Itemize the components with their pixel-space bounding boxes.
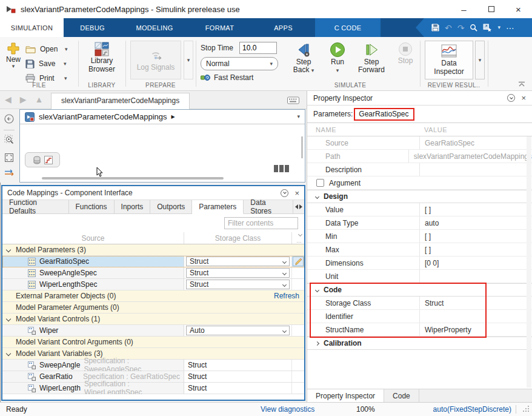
storage-class-dropdown[interactable]: Struct xyxy=(186,280,290,289)
open-button[interactable]: Open ▾ xyxy=(25,42,75,56)
ribbon-tab-debug[interactable]: DEBUG xyxy=(64,18,121,37)
run-button[interactable]: Run▾ xyxy=(321,41,354,74)
ribbon-tab-format[interactable]: FORMAT xyxy=(188,18,251,37)
model-canvas[interactable] xyxy=(20,124,305,182)
property-value[interactable]: WiperProperty xyxy=(419,323,532,336)
bottom-tab-property-inspector[interactable]: Property Inspector xyxy=(307,389,384,402)
refresh-link[interactable]: Refresh xyxy=(274,292,299,300)
maximize-button[interactable] xyxy=(477,0,505,18)
group-row-external-parameter-objects-0-[interactable]: External Parameter Objects (0)Refresh xyxy=(2,290,304,302)
item-row-sweepanglespec[interactable]: SweepAngleSpecStruct xyxy=(2,267,304,279)
expand-chevron-icon[interactable] xyxy=(6,351,11,356)
ribbon-tab-modeling[interactable]: MODELING xyxy=(121,18,188,37)
item-row-wiperlengthspec[interactable]: WiperLengthSpecStruct xyxy=(2,279,304,290)
property-value[interactable]: GearRatioSpec xyxy=(419,136,532,149)
search-icon[interactable] xyxy=(470,24,477,32)
review-gallery-caret[interactable]: ▾ xyxy=(475,41,485,79)
storage-class-dropdown[interactable]: Struct xyxy=(186,268,290,278)
storage-class-dropdown[interactable]: Struct xyxy=(186,257,290,266)
tab-outports[interactable]: Outports xyxy=(150,200,192,213)
tab-functions[interactable]: Functions xyxy=(69,200,115,213)
save-icon[interactable] xyxy=(431,24,439,32)
property-value[interactable] xyxy=(419,310,532,323)
undo-icon[interactable]: ↶ xyxy=(445,24,452,32)
step-forward-button[interactable]: StepForward xyxy=(354,41,388,74)
nav-back-icon[interactable]: ◀ xyxy=(5,95,12,104)
tab-data-stores[interactable]: Data Stores xyxy=(244,200,293,213)
group-row-model-variant-controls-1-[interactable]: Model Variant Controls (1) xyxy=(2,314,304,325)
vertical-scrollbar[interactable] xyxy=(301,136,303,158)
section-calibration[interactable]: Calibration xyxy=(307,337,532,350)
breadcrumb-dropdown-icon[interactable]: ▾ xyxy=(297,114,300,119)
item-row-wiper[interactable]: WiperAuto xyxy=(2,325,304,337)
hide-explorer-icon[interactable] xyxy=(4,114,14,124)
section-code[interactable]: Code xyxy=(307,283,532,297)
prepare-gallery-caret[interactable]: ▾ xyxy=(184,41,193,79)
library-browser-button[interactable]: Library Browser xyxy=(84,42,119,73)
property-value[interactable]: [ ] xyxy=(419,230,532,243)
zoom-level[interactable]: 100% xyxy=(356,405,375,414)
data-store-icon[interactable] xyxy=(33,156,41,164)
ribbon-tab-c-code[interactable]: C CODE xyxy=(315,18,381,37)
breadcrumb-model-name[interactable]: slexVariantParameterCodeMappings xyxy=(39,112,167,121)
simulation-mode-dropdown[interactable]: Normal ▾ xyxy=(201,57,278,70)
property-value[interactable] xyxy=(419,270,532,283)
tab-function-defaults[interactable]: Function Defaults xyxy=(2,200,69,213)
minimize-button[interactable]: – xyxy=(450,0,477,18)
section-design[interactable]: Design xyxy=(307,190,532,203)
fit-to-view-icon[interactable] xyxy=(4,153,14,163)
ribbon-tab-simulation[interactable]: SIMULATION xyxy=(0,18,64,37)
item-row-gearratiospec[interactable]: GearRatioSpecStruct xyxy=(2,256,304,267)
edit-pencil-button[interactable] xyxy=(293,257,304,266)
column-options[interactable]: … xyxy=(292,232,304,244)
zoom-region-icon[interactable] xyxy=(4,135,15,146)
close-button[interactable]: × xyxy=(505,0,532,18)
scroll-right-icon[interactable] xyxy=(299,204,302,209)
nav-up-icon[interactable]: ▲ xyxy=(35,95,44,104)
property-value[interactable]: [ ] xyxy=(419,243,532,256)
new-button[interactable]: New ▾ xyxy=(4,42,23,69)
tab-inports[interactable]: Inports xyxy=(115,200,151,213)
solver-link[interactable]: auto(FixedStepDiscrete) xyxy=(433,405,511,414)
group-row-model-parameters-3-[interactable]: Model Parameters (3) xyxy=(2,244,304,256)
source-column-header[interactable]: Source xyxy=(2,232,184,244)
add-favorite-icon[interactable] xyxy=(483,24,492,32)
chevron-down-icon[interactable]: ▾ xyxy=(497,25,500,30)
panel-menu-icon[interactable] xyxy=(507,94,515,102)
property-value[interactable]: Struct xyxy=(419,297,532,309)
tab-parameters[interactable]: Parameters xyxy=(192,200,244,214)
property-value[interactable] xyxy=(419,163,532,176)
close-icon[interactable]: × xyxy=(294,189,299,197)
checkbox[interactable] xyxy=(316,179,324,187)
collapse-ribbon-button[interactable] xyxy=(517,81,526,87)
redo-icon[interactable]: ↷ xyxy=(457,24,465,32)
property-value[interactable]: [ ] xyxy=(419,203,532,216)
nav-forward-icon[interactable]: ▶ xyxy=(20,95,27,104)
panel-menu-icon[interactable] xyxy=(281,189,288,197)
resize-grip[interactable] xyxy=(522,405,530,412)
save-button[interactable]: Save ▾ xyxy=(25,56,75,71)
stop-time-input[interactable] xyxy=(239,42,277,54)
ribbon-tab-apps[interactable]: APPS xyxy=(251,18,315,37)
model-data-badge[interactable] xyxy=(274,165,289,172)
document-tab[interactable]: slexVariantParameterCodeMappings xyxy=(51,93,190,109)
log-signals-button[interactable]: Log Signals xyxy=(130,41,181,79)
fast-restart-toggle[interactable]: Fast Restart xyxy=(201,73,253,82)
view-diagnostics-link[interactable]: View diagnostics xyxy=(261,405,314,414)
data-inspector-button[interactable]: DataInspector xyxy=(425,41,473,79)
stop-button[interactable]: Stop xyxy=(388,41,422,74)
signal-table-icon[interactable] xyxy=(4,169,15,176)
expand-chevron-icon[interactable] xyxy=(6,317,11,321)
item-row-wiperlength[interactable]: WiperLengthSpecification : WiperLengthSp… xyxy=(2,383,304,394)
group-row-model-variant-control-arguments-0-[interactable]: Model Variant Control Arguments (0) xyxy=(2,337,304,348)
property-value[interactable]: auto xyxy=(419,216,532,229)
keyboard-icon[interactable] xyxy=(287,96,299,104)
item-row-sweepangle[interactable]: SweepAngleSpecification : SweepAngleSpec… xyxy=(2,360,304,371)
expand-chevron-icon[interactable] xyxy=(6,247,11,252)
storage-class-dropdown[interactable]: Auto xyxy=(186,326,290,335)
property-value[interactable]: slexVariantParameterCodeMappings xyxy=(408,150,532,163)
stairstep-signal-icon[interactable] xyxy=(44,156,53,164)
more-options-icon[interactable]: ⋯ xyxy=(506,24,514,32)
vertical-scrollbar[interactable] xyxy=(527,136,531,387)
storage-class-column-header[interactable]: Storage Class xyxy=(184,232,292,244)
